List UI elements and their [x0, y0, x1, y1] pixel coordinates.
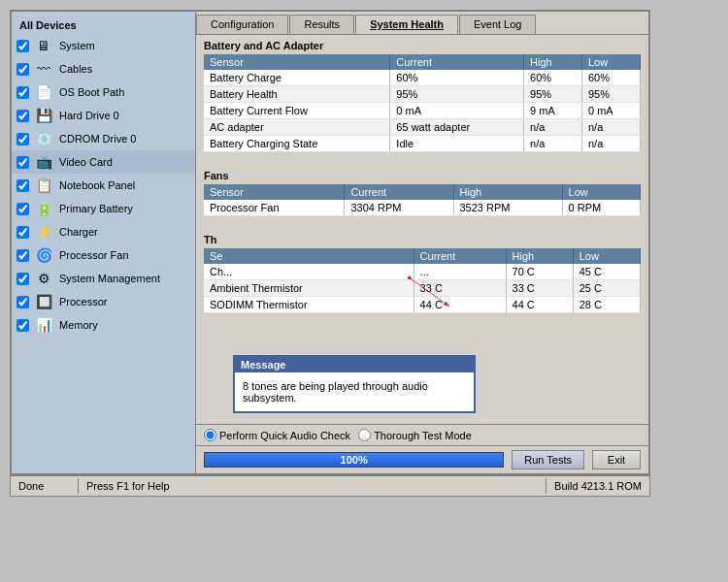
radio-input-1[interactable]: [358, 429, 371, 441]
table-cell: 33 C: [414, 280, 506, 297]
sidebar-item-video-card[interactable]: 📺 Video Card: [12, 150, 195, 174]
table-cell: n/a: [524, 119, 582, 136]
table-cell: Battery Charging State: [204, 136, 390, 152]
device-icon-1: 〰: [33, 60, 54, 78]
sidebar-checkbox-10[interactable]: [17, 273, 29, 285]
radio-options-bar: Perform Quick Audio Check Thorough Test …: [196, 424, 648, 445]
sidebar-checkbox-9[interactable]: [17, 249, 29, 262]
table-cell: 65 watt adapter: [390, 119, 524, 136]
sidebar-item-processor[interactable]: 🔲 Processor: [12, 290, 195, 313]
sidebar-checkbox-6[interactable]: [17, 179, 29, 192]
thermal-section-title: Th: [204, 234, 641, 245]
table-cell: 0 mA: [390, 103, 524, 119]
col-header-current: Current: [345, 184, 453, 200]
sidebar-item-os-boot-path[interactable]: 📄 OS Boot Path: [12, 81, 195, 104]
col-header-current: Current: [390, 54, 524, 70]
sidebar-label-2: OS Boot Path: [59, 86, 124, 98]
table-cell: 44 C: [414, 297, 506, 313]
radio-input-0[interactable]: [204, 429, 216, 441]
sidebar-label-9: Processor Fan: [59, 249, 129, 261]
table-cell: 60%: [390, 70, 524, 86]
radio-option-1[interactable]: Thorough Test Mode: [358, 429, 472, 441]
table-cell: 95%: [582, 86, 641, 103]
table-cell: ...: [414, 264, 506, 280]
table-cell: Battery Health: [204, 86, 390, 103]
device-icon-6: 📋: [33, 177, 54, 194]
run-tests-button[interactable]: Run Tests: [512, 450, 584, 469]
col-header-sensor: Sensor: [204, 184, 345, 200]
table-row: AC adapter65 watt adaptern/an/a: [204, 119, 641, 136]
sidebar-label-7: Primary Battery: [59, 203, 133, 214]
table-row: Processor Fan3304 RPM3523 RPM0 RPM: [204, 200, 641, 216]
sidebar-item-primary-battery[interactable]: 🔋 Primary Battery: [12, 197, 195, 220]
table-row: Ambient Thermistor33 C33 C25 C: [204, 280, 641, 297]
message-popup-title: Message: [235, 357, 474, 372]
sidebar-label-6: Notebook Panel: [59, 179, 135, 191]
col-header-high: High: [506, 248, 573, 264]
sidebar-header: All Devices: [12, 16, 195, 34]
table-cell: AC adapter: [204, 119, 390, 136]
sidebar-checkbox-4[interactable]: [17, 133, 29, 146]
device-icon-10: ⚙: [33, 270, 54, 287]
tab-event-log[interactable]: Event Log: [459, 15, 537, 34]
sidebar-item-system[interactable]: 🖥 System: [12, 34, 195, 57]
sidebar-label-0: System: [59, 40, 95, 51]
sidebar-checkbox-1[interactable]: [17, 63, 29, 76]
sidebar-checkbox-11[interactable]: [17, 296, 29, 308]
col-header-high: High: [524, 54, 582, 70]
tab-configuration[interactable]: Configuration: [196, 15, 288, 34]
table-cell: 44 C: [506, 297, 573, 313]
sidebar-checkbox-7[interactable]: [17, 203, 29, 215]
sidebar-checkbox-8[interactable]: [17, 226, 29, 239]
sidebar-checkbox-0[interactable]: [17, 40, 29, 52]
sidebar-label-8: Charger: [59, 226, 98, 238]
device-icon-4: 💿: [33, 130, 54, 147]
sidebar-item-notebook-panel[interactable]: 📋 Notebook Panel: [12, 174, 195, 197]
table-cell: 0 RPM: [562, 200, 640, 216]
table-row: SODIMM Thermistor44 C44 C28 C: [204, 297, 641, 313]
sidebar-item-hard-drive-0[interactable]: 💾 Hard Drive 0: [12, 104, 195, 127]
message-popup-body: 8 tones are being played through audio s…: [235, 372, 474, 411]
table-cell: Idle: [390, 136, 524, 152]
table-cell: 60%: [582, 70, 641, 86]
table-cell: 9 mA: [524, 103, 582, 119]
sidebar-item-charger[interactable]: ⚡ Charger: [12, 220, 195, 243]
sidebar-item-cables[interactable]: 〰 Cables: [12, 57, 195, 81]
table-cell: 3304 RPM: [345, 200, 453, 216]
sidebar-item-memory[interactable]: 📊 Memory: [12, 313, 195, 337]
table-row: Battery Current Flow0 mA9 mA0 mA: [204, 103, 641, 119]
sidebar: All Devices 🖥 System 〰 Cables 📄 OS Boot …: [12, 12, 196, 473]
table-cell: 60%: [524, 70, 582, 86]
col-header-se: Se: [204, 248, 414, 264]
table-row: Battery Health95%95%95%: [204, 86, 641, 103]
table-cell: 45 C: [573, 264, 640, 280]
sidebar-item-processor-fan[interactable]: 🌀 Processor Fan: [12, 243, 195, 267]
device-icon-2: 📄: [33, 83, 54, 101]
tab-results[interactable]: Results: [289, 15, 354, 34]
sidebar-label-11: Processor: [59, 296, 108, 307]
sidebar-checkbox-2[interactable]: [17, 86, 29, 99]
sidebar-item-system-management[interactable]: ⚙ System Management: [12, 267, 195, 290]
thermal-table: SeCurrentHighLowCh......70 C45 CAmbient …: [204, 248, 641, 313]
sidebar-checkbox-5[interactable]: [17, 156, 29, 169]
fans-section-title: Fans: [204, 170, 641, 181]
tab-system-health[interactable]: System Health: [355, 15, 458, 34]
device-icon-0: 🖥: [33, 37, 54, 54]
sidebar-checkbox-12[interactable]: [17, 319, 29, 332]
col-header-current: Current: [414, 248, 506, 264]
app-window: All Devices 🖥 System 〰 Cables 📄 OS Boot …: [10, 10, 650, 475]
device-icon-12: 📊: [33, 316, 54, 334]
radio-option-0[interactable]: Perform Quick Audio Check: [204, 429, 350, 441]
exit-button[interactable]: Exit: [592, 450, 641, 469]
table-cell: 95%: [390, 86, 524, 103]
sidebar-checkbox-3[interactable]: [17, 110, 29, 122]
col-header-low: Low: [582, 54, 641, 70]
table-cell: 70 C: [506, 264, 573, 280]
table-cell: Ambient Thermistor: [204, 280, 414, 297]
col-header-high: High: [453, 184, 562, 200]
sidebar-label-4: CDROM Drive 0: [59, 133, 136, 145]
content-area: Battery and AC Adapter SensorCurrentHigh…: [196, 35, 648, 424]
sidebar-item-cdrom-drive-0[interactable]: 💿 CDROM Drive 0: [12, 127, 195, 150]
status-left: Done: [11, 478, 79, 494]
device-icon-5: 📺: [33, 153, 54, 171]
